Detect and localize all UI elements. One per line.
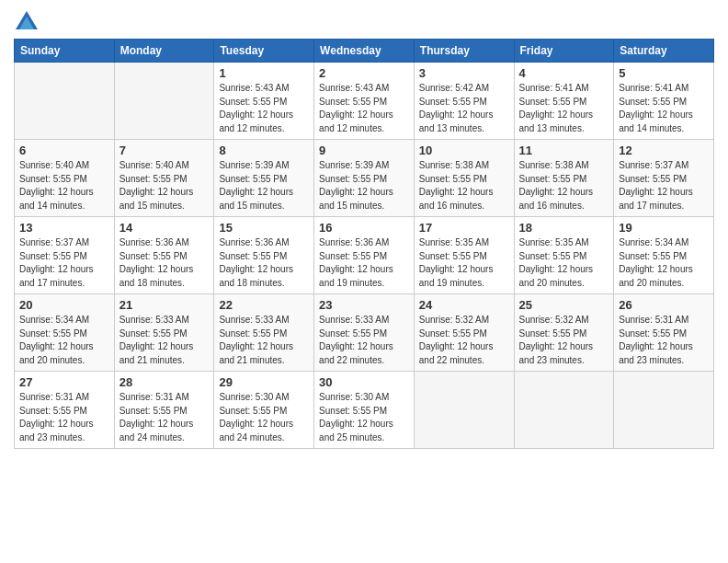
day-cell: 25Sunrise: 5:32 AM Sunset: 5:55 PM Dayli… <box>514 294 614 372</box>
day-cell: 16Sunrise: 5:36 AM Sunset: 5:55 PM Dayli… <box>314 217 415 294</box>
day-number: 19 <box>619 221 709 235</box>
day-info: Sunrise: 5:35 AM Sunset: 5:55 PM Dayligh… <box>419 236 509 290</box>
week-row-3: 13Sunrise: 5:37 AM Sunset: 5:55 PM Dayli… <box>15 217 714 294</box>
week-row-1: 1Sunrise: 5:43 AM Sunset: 5:55 PM Daylig… <box>15 63 714 140</box>
day-info: Sunrise: 5:33 AM Sunset: 5:55 PM Dayligh… <box>219 314 309 367</box>
day-number: 9 <box>319 144 409 157</box>
column-header-tuesday: Tuesday <box>214 40 314 63</box>
week-row-4: 20Sunrise: 5:34 AM Sunset: 5:55 PM Dayli… <box>15 294 714 372</box>
day-number: 10 <box>419 144 509 157</box>
day-cell: 4Sunrise: 5:41 AM Sunset: 5:55 PM Daylig… <box>514 63 614 140</box>
column-header-saturday: Saturday <box>614 40 714 63</box>
day-cell: 9Sunrise: 5:39 AM Sunset: 5:55 PM Daylig… <box>314 140 415 217</box>
day-info: Sunrise: 5:43 AM Sunset: 5:55 PM Dayligh… <box>319 82 409 135</box>
day-info: Sunrise: 5:33 AM Sunset: 5:55 PM Dayligh… <box>319 314 409 367</box>
day-number: 18 <box>519 221 609 235</box>
day-number: 28 <box>119 375 210 389</box>
day-cell: 20Sunrise: 5:34 AM Sunset: 5:55 PM Dayli… <box>15 294 115 372</box>
week-row-2: 6Sunrise: 5:40 AM Sunset: 5:55 PM Daylig… <box>15 140 714 217</box>
day-cell: 7Sunrise: 5:40 AM Sunset: 5:55 PM Daylig… <box>114 140 214 217</box>
column-header-monday: Monday <box>114 40 214 63</box>
day-cell: 15Sunrise: 5:36 AM Sunset: 5:55 PM Dayli… <box>214 217 314 294</box>
day-info: Sunrise: 5:31 AM Sunset: 5:55 PM Dayligh… <box>619 314 709 367</box>
day-number: 24 <box>419 298 509 312</box>
day-number: 11 <box>519 144 609 157</box>
day-number: 4 <box>519 66 609 80</box>
day-cell: 23Sunrise: 5:33 AM Sunset: 5:55 PM Dayli… <box>314 294 415 372</box>
day-info: Sunrise: 5:33 AM Sunset: 5:55 PM Dayligh… <box>119 314 210 367</box>
day-info: Sunrise: 5:36 AM Sunset: 5:55 PM Dayligh… <box>319 236 409 290</box>
calendar-body: 1Sunrise: 5:43 AM Sunset: 5:55 PM Daylig… <box>15 63 714 449</box>
day-cell: 13Sunrise: 5:37 AM Sunset: 5:55 PM Dayli… <box>15 217 115 294</box>
day-cell: 3Sunrise: 5:42 AM Sunset: 5:55 PM Daylig… <box>414 63 514 140</box>
day-cell: 1Sunrise: 5:43 AM Sunset: 5:55 PM Daylig… <box>214 63 314 140</box>
day-number: 27 <box>19 375 109 389</box>
day-info: Sunrise: 5:36 AM Sunset: 5:55 PM Dayligh… <box>119 236 210 290</box>
day-cell: 8Sunrise: 5:39 AM Sunset: 5:55 PM Daylig… <box>214 140 314 217</box>
day-number: 30 <box>319 375 409 389</box>
day-number: 13 <box>19 221 109 235</box>
day-info: Sunrise: 5:43 AM Sunset: 5:55 PM Dayligh… <box>219 82 309 135</box>
day-info: Sunrise: 5:35 AM Sunset: 5:55 PM Dayligh… <box>519 236 609 290</box>
day-info: Sunrise: 5:32 AM Sunset: 5:55 PM Dayligh… <box>419 314 509 367</box>
day-number: 6 <box>19 144 109 157</box>
day-cell: 24Sunrise: 5:32 AM Sunset: 5:55 PM Dayli… <box>414 294 514 372</box>
day-number: 29 <box>219 375 309 389</box>
day-info: Sunrise: 5:40 AM Sunset: 5:55 PM Dayligh… <box>119 159 210 213</box>
day-info: Sunrise: 5:30 AM Sunset: 5:55 PM Dayligh… <box>219 391 309 444</box>
day-info: Sunrise: 5:38 AM Sunset: 5:55 PM Dayligh… <box>419 159 509 213</box>
day-number: 15 <box>219 221 309 235</box>
day-number: 1 <box>219 66 309 80</box>
day-cell: 22Sunrise: 5:33 AM Sunset: 5:55 PM Dayli… <box>214 294 314 372</box>
day-info: Sunrise: 5:36 AM Sunset: 5:55 PM Dayligh… <box>219 236 309 290</box>
day-cell: 17Sunrise: 5:35 AM Sunset: 5:55 PM Dayli… <box>414 217 514 294</box>
day-number: 16 <box>319 221 409 235</box>
day-number: 20 <box>19 298 109 312</box>
day-cell: 21Sunrise: 5:33 AM Sunset: 5:55 PM Dayli… <box>114 294 214 372</box>
day-info: Sunrise: 5:41 AM Sunset: 5:55 PM Dayligh… <box>519 82 609 135</box>
day-number: 12 <box>619 144 709 157</box>
day-number: 14 <box>119 221 210 235</box>
day-cell: 19Sunrise: 5:34 AM Sunset: 5:55 PM Dayli… <box>614 217 714 294</box>
day-cell: 14Sunrise: 5:36 AM Sunset: 5:55 PM Dayli… <box>114 217 214 294</box>
day-cell: 12Sunrise: 5:37 AM Sunset: 5:55 PM Dayli… <box>614 140 714 217</box>
day-info: Sunrise: 5:34 AM Sunset: 5:55 PM Dayligh… <box>19 314 109 367</box>
day-info: Sunrise: 5:38 AM Sunset: 5:55 PM Dayligh… <box>519 159 609 213</box>
logo <box>14 9 43 35</box>
day-number: 7 <box>119 144 210 157</box>
day-cell <box>15 63 115 140</box>
day-info: Sunrise: 5:32 AM Sunset: 5:55 PM Dayligh… <box>519 314 609 367</box>
day-info: Sunrise: 5:41 AM Sunset: 5:55 PM Dayligh… <box>619 82 709 135</box>
day-cell: 6Sunrise: 5:40 AM Sunset: 5:55 PM Daylig… <box>15 140 115 217</box>
day-number: 8 <box>219 144 309 157</box>
day-cell <box>114 63 214 140</box>
day-number: 23 <box>319 298 409 312</box>
day-info: Sunrise: 5:39 AM Sunset: 5:55 PM Dayligh… <box>319 159 409 213</box>
day-cell <box>414 372 514 449</box>
header <box>14 9 714 35</box>
day-number: 21 <box>119 298 210 312</box>
day-info: Sunrise: 5:34 AM Sunset: 5:55 PM Dayligh… <box>619 236 709 290</box>
column-header-sunday: Sunday <box>15 40 115 63</box>
day-cell: 30Sunrise: 5:30 AM Sunset: 5:55 PM Dayli… <box>314 372 415 449</box>
logo-icon <box>14 9 40 35</box>
day-number: 2 <box>319 66 409 80</box>
day-cell: 29Sunrise: 5:30 AM Sunset: 5:55 PM Dayli… <box>214 372 314 449</box>
day-info: Sunrise: 5:40 AM Sunset: 5:55 PM Dayligh… <box>19 159 109 213</box>
day-number: 22 <box>219 298 309 312</box>
day-cell: 11Sunrise: 5:38 AM Sunset: 5:55 PM Dayli… <box>514 140 614 217</box>
column-header-wednesday: Wednesday <box>314 40 415 63</box>
day-cell: 2Sunrise: 5:43 AM Sunset: 5:55 PM Daylig… <box>314 63 415 140</box>
day-info: Sunrise: 5:31 AM Sunset: 5:55 PM Dayligh… <box>119 391 210 444</box>
day-number: 5 <box>619 66 709 80</box>
day-cell <box>514 372 614 449</box>
day-cell: 5Sunrise: 5:41 AM Sunset: 5:55 PM Daylig… <box>614 63 714 140</box>
day-info: Sunrise: 5:39 AM Sunset: 5:55 PM Dayligh… <box>219 159 309 213</box>
week-row-5: 27Sunrise: 5:31 AM Sunset: 5:55 PM Dayli… <box>15 372 714 449</box>
column-headers: SundayMondayTuesdayWednesdayThursdayFrid… <box>15 40 714 63</box>
day-number: 26 <box>619 298 709 312</box>
day-cell: 26Sunrise: 5:31 AM Sunset: 5:55 PM Dayli… <box>614 294 714 372</box>
day-cell: 18Sunrise: 5:35 AM Sunset: 5:55 PM Dayli… <box>514 217 614 294</box>
column-header-friday: Friday <box>514 40 614 63</box>
day-cell <box>614 372 714 449</box>
